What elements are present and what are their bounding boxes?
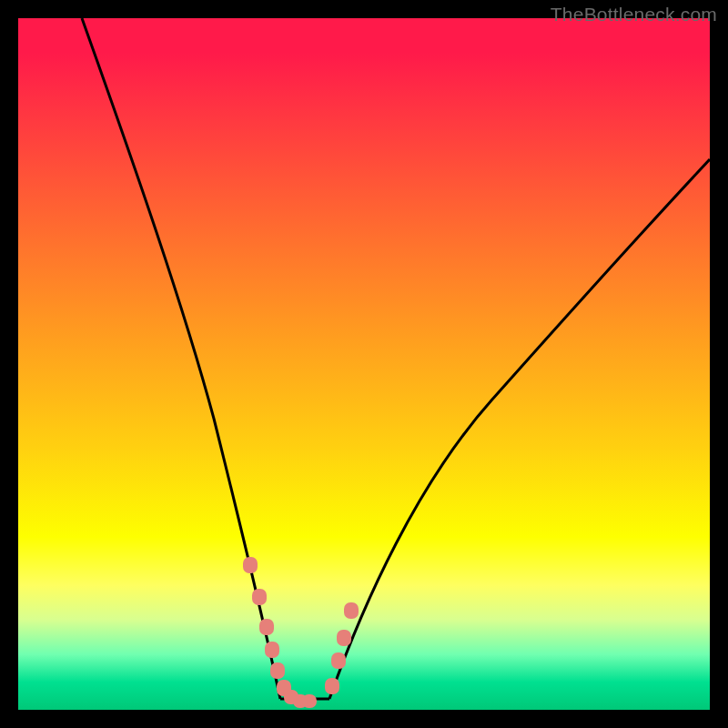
- svg-rect-12: [344, 602, 359, 619]
- svg-rect-0: [243, 557, 258, 573]
- svg-rect-3: [265, 642, 279, 658]
- svg-rect-8: [302, 694, 317, 708]
- curve-layer: [18, 18, 710, 710]
- svg-rect-9: [325, 678, 339, 694]
- right-curve: [329, 159, 710, 699]
- right-markers: [325, 602, 359, 694]
- watermark-text: TheBottleneck.com: [551, 4, 717, 25]
- svg-rect-2: [259, 619, 274, 635]
- left-curve: [82, 18, 280, 699]
- svg-rect-11: [337, 630, 351, 646]
- svg-rect-4: [270, 662, 285, 679]
- svg-rect-10: [331, 652, 346, 669]
- plot-area: [18, 18, 710, 710]
- svg-rect-1: [252, 589, 267, 605]
